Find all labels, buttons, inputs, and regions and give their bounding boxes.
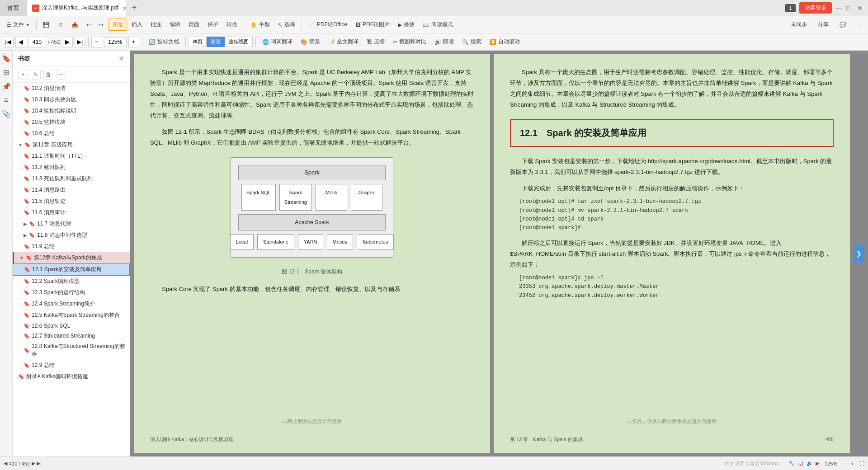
toc-label: 10.3 同步失效分区: [32, 96, 76, 103]
edit-button[interactable]: 编辑: [166, 19, 184, 30]
toc-item-11-4[interactable]: 🔖 11.4 消息路由: [13, 184, 130, 196]
toc-item-12-8[interactable]: 🔖 12.8 Kafka与Structured Streaming的整合: [13, 341, 130, 360]
toc-item-12-3[interactable]: 🔖 12.3 Spark的运行结构: [13, 287, 130, 298]
annotation-icon[interactable]: 📌: [2, 82, 11, 91]
toc-item-11-2[interactable]: 🔖 11.2 延时队列: [13, 162, 130, 173]
first-page-button[interactable]: |◀: [3, 37, 14, 47]
double-page-btn[interactable]: 双页: [207, 37, 225, 47]
toc-item-11-7[interactable]: ▶ 🔖 11.7 消息代理: [13, 218, 130, 230]
toc-item-ch12[interactable]: ▼ 🔖 第12章 Kafka与Spark的集成: [13, 252, 130, 263]
thumbnail-icon[interactable]: ⊞: [3, 68, 9, 77]
spark-sql-component: Spark SQL: [241, 184, 276, 211]
toc-item-ch11[interactable]: ▼ 🔖 第11章 高级应用: [13, 139, 130, 150]
rotate-btn[interactable]: 🔄 旋转文档: [145, 36, 183, 47]
select-tool[interactable]: ↖ 选择: [274, 19, 299, 30]
visit-login-button[interactable]: 访客登录: [799, 2, 832, 14]
next-page-button[interactable]: ▶: [62, 37, 73, 47]
close-button[interactable]: ✕: [857, 5, 864, 12]
toc-more-btn[interactable]: ⋯: [56, 70, 66, 80]
menu-button[interactable]: ☰ 文件 ▼: [3, 19, 33, 30]
toc-item-12-6[interactable]: 🔖 12.6 Spark SQL: [13, 321, 130, 331]
tab-pdf[interactable]: P 深入理解Kafka...与实践原理.pdf ✕: [27, 0, 126, 16]
pdf-to-img-btn[interactable]: 🖼 PDF转图片: [352, 19, 393, 30]
toc-item-10-6[interactable]: 🔖 10.6 总结: [13, 128, 130, 139]
continuous-page-btn[interactable]: 连续视图: [225, 37, 253, 47]
play-icon: ▶: [398, 22, 402, 28]
toc-item-11-6[interactable]: 🔖 11.6 消息审计: [13, 207, 130, 218]
review-button[interactable]: 批注: [147, 19, 165, 30]
toc-edit-btn[interactable]: ✎: [31, 70, 41, 80]
toc-item-12-1[interactable]: 🔖 12.1 Spark的安装及简单应用: [13, 263, 130, 276]
toc-item-appendix-a[interactable]: 🔖 附录A Kafka源码环境搭建: [13, 371, 130, 382]
toc-item-12-5[interactable]: 🔖 12.5 Kafka与Spark Streaming的整合: [13, 310, 130, 321]
toc-item-11-8[interactable]: ▶ 🔖 11.8 消息中间件选型: [13, 230, 130, 241]
full-translate-btn[interactable]: 📝 全文翻译: [325, 36, 362, 47]
minimize-button[interactable]: —: [835, 5, 843, 12]
layer-icon[interactable]: ≡: [4, 96, 8, 104]
zoom-plus-button[interactable]: +: [128, 37, 139, 47]
background-label: 背景: [309, 38, 320, 46]
sync-btn[interactable]: 未同步: [787, 19, 811, 30]
toc-item-12-7[interactable]: 🔖 12.7 Structured Streaming: [13, 331, 130, 341]
maximize-button[interactable]: □: [846, 5, 854, 12]
zoom-input[interactable]: [104, 37, 127, 47]
toc-item-11-9[interactable]: 🔖 11.9 总结: [13, 241, 130, 252]
tab-close-btn[interactable]: ✕: [122, 5, 126, 12]
right-panel-expand-button[interactable]: ❯: [854, 244, 864, 263]
prev-page-button[interactable]: ◀: [15, 37, 26, 47]
zoom-minus-button[interactable]: −: [91, 37, 102, 47]
page-input[interactable]: [28, 37, 46, 47]
page-button[interactable]: 页面: [185, 19, 203, 30]
toc-add-btn[interactable]: +: [18, 70, 28, 80]
redo-button[interactable]: ↪: [95, 20, 107, 30]
toc-item-10-4[interactable]: 🔖 10.4 监控指标说明: [13, 105, 130, 117]
toc-icon: 🔖: [24, 323, 30, 329]
toc-item-12-4[interactable]: 🔖 12.4 Spark Streaming简介: [13, 298, 130, 310]
toc-item-11-5[interactable]: 🔖 11.5 消息轨迹: [13, 196, 130, 207]
read-aloud-btn[interactable]: 🔊 朗读: [431, 36, 458, 47]
spark-streaming-line2: Streaming: [284, 199, 307, 205]
word-translate-btn[interactable]: 🌐 词词翻译: [259, 36, 296, 47]
bookmark-icon[interactable]: 🔖: [2, 54, 11, 63]
tab-new-btn[interactable]: +: [126, 0, 142, 16]
comment-btn[interactable]: 💬: [836, 20, 850, 30]
toc-item-11-3[interactable]: 🔖 11.3 死信队列和重试队列: [13, 173, 130, 184]
screenshot-btn[interactable]: ✂ 截图和对比: [389, 36, 430, 47]
toc-label: 12.7 Structured Streaming: [32, 333, 95, 339]
start-button[interactable]: 开始: [108, 19, 127, 31]
toc-label: 11.3 死信队列和重试队列: [32, 175, 93, 183]
protect-button[interactable]: 保护: [204, 19, 222, 30]
zoom-minus-status[interactable]: −: [843, 461, 845, 466]
play-btn[interactable]: ▶ 播放: [394, 19, 418, 30]
undo-button[interactable]: ↩: [83, 20, 94, 30]
toc-item-12-2[interactable]: 🔖 12.2 Spark编程模型: [13, 276, 130, 287]
toc-delete-btn[interactable]: 🗑: [43, 70, 53, 80]
share-btn[interactable]: 分享: [814, 19, 832, 30]
toc-item-11-1[interactable]: 🔖 11.1 过期时间（TTL）: [13, 150, 130, 162]
single-page-btn[interactable]: 单页: [189, 37, 207, 47]
toc-item-10-3[interactable]: 🔖 10.3 同步失效分区: [13, 94, 130, 105]
toc-item-12-9[interactable]: 🔖 12.9 总结: [13, 360, 130, 371]
zoom-plus-status[interactable]: +: [851, 461, 854, 466]
more-btn[interactable]: ···: [854, 20, 865, 30]
sidebar-close-button[interactable]: ✕: [118, 54, 124, 63]
auto-scroll-btn[interactable]: ⏬ 自动滚动: [486, 36, 524, 47]
translate-icon: 🌐: [262, 39, 269, 45]
toc-item-10-2[interactable]: 🔖 10.2 消息清洁: [13, 83, 130, 94]
fit-page-icon[interactable]: ⛶: [859, 461, 864, 466]
background-btn[interactable]: 🎨 背景: [297, 36, 324, 47]
attachment-icon[interactable]: 📎: [2, 110, 11, 118]
compress-btn[interactable]: 🗜 压缩: [363, 36, 388, 47]
tab-home[interactable]: 首页: [0, 0, 27, 16]
print-button[interactable]: 🖨: [54, 20, 67, 30]
search-btn[interactable]: 🔍 搜索: [458, 36, 485, 47]
insert-button[interactable]: 插入: [128, 19, 146, 30]
read-mode-btn[interactable]: 📖 阅读模式: [419, 19, 457, 30]
convert-button[interactable]: 转换: [223, 19, 241, 30]
hand-tool[interactable]: ✋ 手型: [247, 19, 274, 30]
share2-button[interactable]: 📤: [68, 20, 82, 30]
save-button[interactable]: 💾: [39, 20, 53, 30]
pdf-to-office-btn[interactable]: 📄 PDF转Office: [305, 19, 351, 30]
last-page-button[interactable]: ▶|: [75, 37, 85, 47]
toc-item-10-5[interactable]: 🔖 10.5 监控模块: [13, 117, 130, 128]
